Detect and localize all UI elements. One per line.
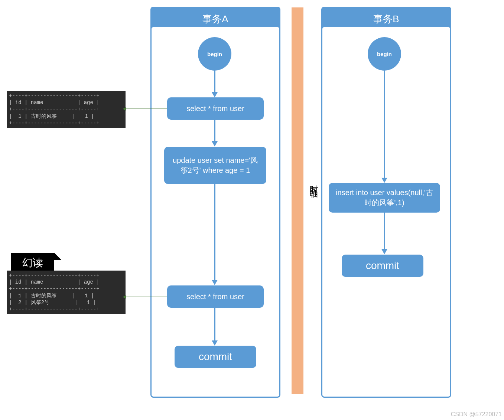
tx-a-select2: select * from user	[167, 285, 264, 308]
tx-a-select1: select * from user	[167, 97, 264, 120]
arrow-head	[381, 249, 387, 254]
arrow	[214, 71, 215, 93]
tx-a-commit: commit	[175, 346, 256, 368]
timeline-label: 时间轴	[308, 178, 319, 185]
console-output-2: +----+----------------+-----+ | id | nam…	[7, 271, 126, 314]
result-arrow-1	[126, 109, 167, 109]
arrow	[214, 120, 215, 142]
tx-b-commit: commit	[342, 255, 423, 277]
tx-b-insert: insert into user values(null,'古时的风筝',1)	[329, 183, 440, 213]
arrow	[214, 184, 215, 281]
phantom-read-label: 幻读	[11, 253, 54, 273]
arrow-head	[212, 280, 218, 285]
arrow-head	[212, 141, 218, 146]
tx-b-begin: begin	[368, 37, 401, 71]
arrow-head	[212, 340, 218, 346]
arrow	[214, 308, 215, 341]
arrow-head	[212, 92, 218, 97]
timeline-bar	[292, 7, 303, 394]
console-output-1: +----+----------------+-----+ | id | nam…	[7, 91, 126, 128]
arrow	[384, 71, 385, 178]
watermark: CSDN @57220071	[451, 411, 502, 418]
tx-a-begin: begin	[198, 37, 231, 71]
arrow	[384, 213, 385, 250]
result-arrow-2	[126, 297, 167, 297]
arrow-head	[381, 178, 387, 183]
tx-a-update: update user set name='风筝2号' where age = …	[164, 147, 266, 184]
